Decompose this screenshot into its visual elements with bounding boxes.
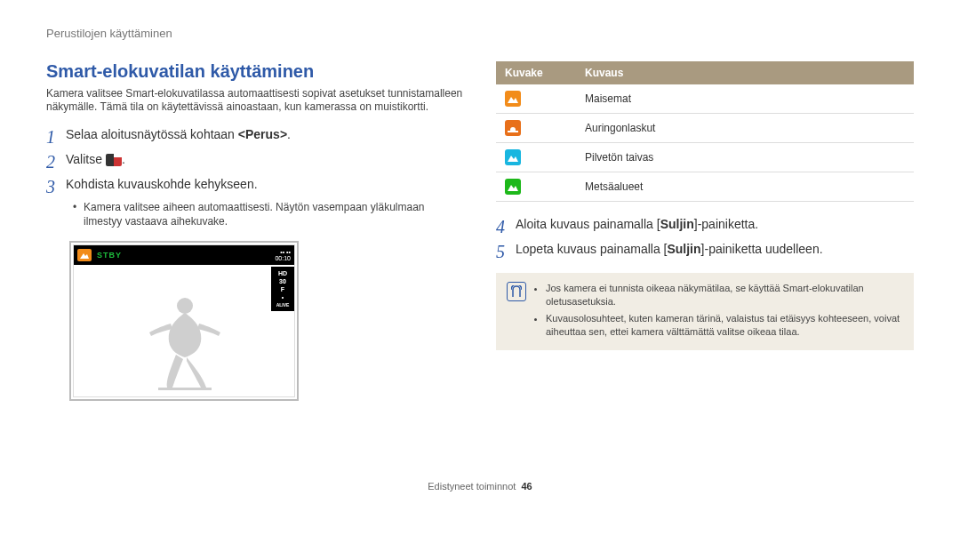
- svg-point-1: [177, 298, 193, 314]
- right-column: Kuvake Kuvaus Maisemat Auringonlaskut: [496, 61, 914, 401]
- step-number: 2: [46, 153, 66, 171]
- note-box: Jos kamera ei tunnista oikeaa näkymätila…: [496, 273, 914, 350]
- step-strong: <Perus>: [238, 127, 287, 141]
- table-row: Pilvetön taivas: [496, 143, 914, 172]
- intro-paragraph: Kamera valitsee Smart-elokuvatilassa aut…: [46, 87, 464, 114]
- step-strong: Suljin: [667, 242, 700, 256]
- note-item: Jos kamera ei tunnista oikeaa näkymätila…: [546, 282, 903, 308]
- side-hd: HD: [271, 270, 294, 276]
- side-alive: ALIVE: [271, 302, 294, 308]
- landscape-icon: [505, 91, 521, 107]
- rec-time: 00:10: [275, 255, 291, 261]
- table-row: Metsäalueet: [496, 172, 914, 202]
- svg-marker-6: [508, 156, 518, 162]
- scene-icon-table: Kuvake Kuvaus Maisemat Auringonlaskut: [496, 61, 914, 202]
- section-title: Smart-elokuvatilan käyttäminen: [46, 61, 464, 82]
- step-number: 1: [46, 128, 66, 146]
- step-strong: Suljin: [660, 217, 694, 231]
- step-text: Selaa aloitusnäytössä kohtaan: [66, 127, 238, 141]
- th-icon: Kuvake: [496, 61, 576, 84]
- page-footer: Edistyneet toiminnot 46: [46, 481, 914, 492]
- row-label: Auringonlaskut: [576, 114, 914, 143]
- step-4: 4 Aloita kuvaus painamalla [Suljin]-pain…: [496, 216, 914, 236]
- step-1: 1 Selaa aloitusnäytössä kohtaan <Perus>.: [46, 126, 464, 146]
- sunset-icon: [505, 120, 521, 136]
- row-label: Metsäalueet: [576, 172, 914, 202]
- row-label: Maisemat: [576, 84, 914, 114]
- side-dot: •: [271, 294, 294, 300]
- step-text-post: ]-painiketta.: [694, 217, 758, 231]
- table-row: Auringonlaskut: [496, 114, 914, 143]
- step-text: Kohdista kuvauskohde kehykseen.: [66, 176, 464, 193]
- skater-silhouette-icon: [132, 288, 238, 395]
- step-text: Valitse: [66, 152, 106, 166]
- step-text: Aloita kuvaus painamalla [: [516, 217, 660, 231]
- step-3: 3 Kohdista kuvauskohde kehykseen.: [46, 176, 464, 196]
- note-icon: [507, 282, 526, 301]
- side-30: 30: [271, 278, 294, 284]
- svg-rect-2: [158, 388, 212, 390]
- smart-movie-mode-icon: [106, 154, 122, 166]
- svg-marker-0: [80, 253, 89, 259]
- left-column: Smart-elokuvatilan käyttäminen Kamera va…: [46, 61, 464, 401]
- step-number: 5: [496, 243, 516, 260]
- step-text-post: .: [122, 152, 125, 166]
- footer-label: Edistyneet toiminnot: [428, 481, 516, 492]
- clear-sky-icon: [505, 149, 521, 165]
- screen-sidebar: HD 30 F • ALIVE: [271, 267, 294, 311]
- svg-rect-5: [508, 131, 518, 132]
- screen-topbar: STBY •• •• 00:10: [74, 245, 294, 265]
- stby-label: STBY: [97, 251, 122, 260]
- running-head: Perustilojen käyttäminen: [46, 27, 914, 40]
- svg-marker-3: [508, 97, 518, 103]
- camera-screen-mock: STBY •• •• 00:10 HD 30 F • ALIVE: [69, 241, 299, 401]
- svg-marker-7: [508, 185, 518, 191]
- th-desc: Kuvaus: [576, 61, 914, 84]
- step-text: Lopeta kuvaus painamalla [: [516, 242, 667, 256]
- step-number: 4: [496, 218, 516, 236]
- step-number: 3: [46, 178, 66, 196]
- scene-icon: [77, 249, 92, 261]
- side-f: F: [271, 286, 294, 292]
- forest-icon: [505, 179, 521, 195]
- note-item: Kuvausolosuhteet, kuten kameran tärinä, …: [546, 312, 903, 339]
- table-row: Maisemat: [496, 84, 914, 114]
- row-label: Pilvetön taivas: [576, 143, 914, 172]
- step-text-post: .: [287, 127, 291, 141]
- footer-page: 46: [521, 481, 532, 492]
- step-3-bullet: Kamera valitsee aiheen automaattisesti. …: [73, 201, 464, 228]
- step-5: 5 Lopeta kuvaus painamalla [Suljin]-pain…: [496, 241, 914, 260]
- step-2: 2 Valitse .: [46, 151, 464, 171]
- step-text-post: ]-painiketta uudelleen.: [701, 242, 823, 256]
- rec-dots-icon: •• ••: [280, 249, 291, 255]
